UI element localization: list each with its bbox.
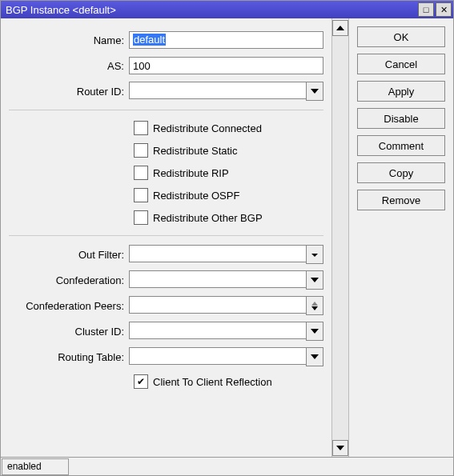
row-client-reflection: Client To Client Reflection [1,370,331,393]
routingtable-input[interactable] [129,347,306,365]
chevron-down-icon [311,89,319,94]
as-input[interactable] [129,57,323,74]
maximize-button[interactable]: □ [418,2,434,17]
redist-connected-checkbox[interactable] [134,121,148,135]
form-area: Name: default AS: Router ID: [1,18,331,458]
disable-button[interactable]: Disable [357,108,445,129]
redist-connected-label: Redistribute Connected [153,122,262,134]
outfilter-combo[interactable] [129,245,323,264]
name-input[interactable] [129,31,323,49]
row-confederation: Confederation: [1,268,331,292]
close-button[interactable]: ✕ [436,2,452,17]
clusterid-combo[interactable] [129,322,323,341]
routerid-input[interactable] [129,82,306,99]
routingtable-dropdown-button[interactable] [306,347,323,366]
row-outfilter: Out Filter: [1,242,331,266]
confederation-label: Confederation: [1,274,129,286]
separator [9,110,323,110]
row-name: Name: default [1,28,331,52]
redist-ospf-label: Redistribute OSPF [153,190,239,202]
row-redist-ospf: Redistribute OSPF [1,184,331,206]
expand-icon [311,253,318,257]
routerid-combo[interactable] [129,82,323,101]
confederation-input[interactable] [129,270,306,288]
as-label: AS: [1,60,129,72]
clusterid-label: Cluster ID: [1,326,129,338]
row-routerid: Router ID: [1,79,331,103]
bgp-instance-window: BGP Instance <default> □ ✕ Name: default… [0,0,454,476]
chevron-down-icon [311,278,319,282]
routerid-dropdown-button[interactable] [306,82,323,101]
status-text: enabled [2,458,69,475]
remove-button[interactable]: Remove [357,190,445,210]
confedpeers-combo[interactable] [129,296,323,315]
row-redist-static: Redistribute Static [1,139,331,162]
clusterid-input[interactable] [129,322,306,339]
routerid-label: Router ID: [1,86,129,98]
separator [9,235,323,236]
scroll-up-button[interactable] [332,20,348,36]
chevron-down-icon [311,306,318,310]
confedpeers-spinner[interactable] [306,296,323,315]
statusbar: enabled [1,457,453,475]
routingtable-label: Routing Table: [1,351,129,363]
close-icon: ✕ [440,5,448,15]
outfilter-label: Out Filter: [1,249,129,261]
row-confedpeers: Confederation Peers: [1,294,331,318]
chevron-down-icon [311,329,319,334]
confederation-combo[interactable] [129,270,323,290]
scroll-down-button[interactable] [332,440,348,456]
apply-button[interactable]: Apply [357,81,445,102]
row-redist-otherbgp: Redistribute Other BGP [1,206,331,229]
row-routingtable: Routing Table: [1,345,331,369]
cancel-button[interactable]: Cancel [357,54,445,74]
row-redist-rip: Redistribute RIP [1,162,331,184]
outfilter-input[interactable] [129,245,306,262]
outfilter-expand-button[interactable] [306,245,323,264]
row-clusterid: Cluster ID: [1,319,331,343]
titlebar: BGP Instance <default> □ ✕ [1,1,453,18]
chevron-up-icon [336,26,344,30]
name-label: Name: [1,34,129,46]
window-title: BGP Instance <default> [6,4,416,16]
redist-static-label: Redistribute Static [153,145,238,157]
maximize-icon: □ [424,5,429,14]
vertical-scrollbar[interactable] [331,18,349,458]
confedpeers-label: Confederation Peers: [1,300,129,312]
redist-ospf-checkbox[interactable] [134,188,148,202]
row-redist-connected: Redistribute Connected [1,117,331,139]
redist-otherbgp-checkbox[interactable] [134,210,148,225]
redist-rip-label: Redistribute RIP [153,167,229,179]
row-as: AS: [1,54,331,78]
ok-button[interactable]: OK [357,26,445,47]
confederation-dropdown-button[interactable] [306,270,323,290]
confedpeers-input[interactable] [129,296,306,314]
chevron-down-icon [336,446,344,450]
redist-rip-checkbox[interactable] [134,166,148,180]
copy-button[interactable]: Copy [357,162,445,183]
chevron-up-icon [311,302,318,306]
redist-otherbgp-label: Redistribute Other BGP [153,212,263,224]
routingtable-combo[interactable] [129,347,323,366]
window-body: Name: default AS: Router ID: [1,18,453,458]
button-column: OK Cancel Apply Disable Comment Copy Rem… [349,18,453,458]
client-reflection-checkbox[interactable] [134,374,148,389]
clusterid-dropdown-button[interactable] [306,322,323,341]
client-reflection-label: Client To Client Reflection [153,376,272,388]
redist-static-checkbox[interactable] [134,143,148,158]
comment-button[interactable]: Comment [357,135,445,156]
chevron-down-icon [311,354,319,359]
